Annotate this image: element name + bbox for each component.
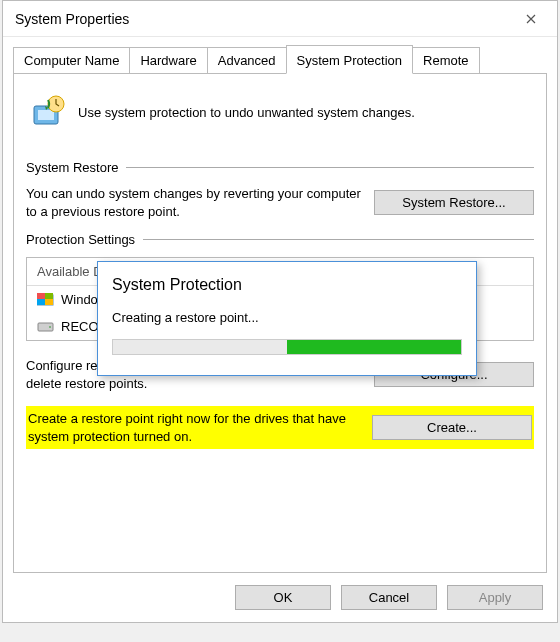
divider [143, 239, 534, 240]
window-title: System Properties [15, 11, 129, 27]
svg-rect-4 [37, 293, 45, 299]
create-row: Create a restore point right now for the… [26, 406, 534, 449]
svg-rect-7 [45, 299, 53, 305]
intro-text: Use system protection to undo unwanted s… [78, 105, 415, 120]
ok-button[interactable]: OK [235, 585, 331, 610]
intro-row: Use system protection to undo unwanted s… [26, 86, 534, 148]
apply-button[interactable]: Apply [447, 585, 543, 610]
progress-message: Creating a restore point... [112, 310, 462, 325]
tab-advanced[interactable]: Advanced [207, 47, 287, 74]
section-title-restore: System Restore [26, 160, 118, 175]
titlebar: System Properties [3, 1, 557, 37]
system-restore-icon [28, 92, 68, 132]
close-icon [526, 14, 536, 24]
cancel-button[interactable]: Cancel [341, 585, 437, 610]
progress-dialog-body: Creating a restore point... [98, 302, 476, 375]
restore-text: You can undo system changes by reverting… [26, 185, 362, 220]
tab-strip: Computer Name Hardware Advanced System P… [3, 37, 557, 74]
hard-drive-icon [37, 320, 55, 334]
section-title-settings: Protection Settings [26, 232, 135, 247]
section-header-restore: System Restore [26, 160, 534, 175]
tab-computer-name[interactable]: Computer Name [13, 47, 130, 74]
progress-dialog-title: System Protection [98, 262, 476, 302]
svg-rect-6 [37, 299, 45, 305]
section-header-settings: Protection Settings [26, 232, 534, 247]
restore-row: You can undo system changes by reverting… [26, 185, 534, 220]
create-text: Create a restore point right now for the… [28, 410, 360, 445]
system-properties-window: System Properties Computer Name Hardware… [2, 0, 558, 623]
close-button[interactable] [511, 5, 551, 33]
tab-remote[interactable]: Remote [412, 47, 480, 74]
svg-rect-5 [45, 293, 53, 299]
windows-drive-icon [37, 293, 55, 307]
progress-fill [287, 340, 461, 354]
progress-dialog: System Protection Creating a restore poi… [97, 261, 477, 376]
dialog-footer: OK Cancel Apply [3, 573, 557, 622]
tab-system-protection[interactable]: System Protection [286, 45, 414, 74]
svg-rect-1 [38, 110, 54, 120]
progress-bar [112, 339, 462, 355]
section-system-restore: System Restore You can undo system chang… [26, 160, 534, 220]
tab-hardware[interactable]: Hardware [129, 47, 207, 74]
create-button[interactable]: Create... [372, 415, 532, 440]
system-restore-button[interactable]: System Restore... [374, 190, 534, 215]
svg-point-9 [49, 326, 51, 328]
divider [126, 167, 534, 168]
